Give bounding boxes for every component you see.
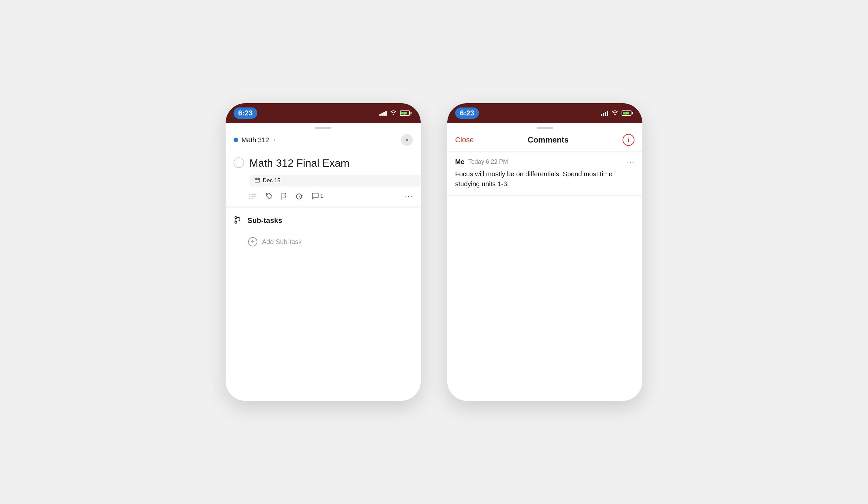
svg-point-7 <box>267 195 268 196</box>
breadcrumb-left[interactable]: Math 312 › <box>234 136 276 144</box>
comment-meta: Me Today 6:22 PM ··· <box>455 158 634 166</box>
comments-header: Close Comments i <box>447 129 642 151</box>
add-subtask-text: Add Sub-task <box>262 238 302 246</box>
status-bar-1: 6:23 ⚡ <box>226 103 421 123</box>
status-bar-2: 6:23 ⚡ <box>447 103 642 123</box>
battery-icon-2: ⚡ <box>622 111 633 116</box>
signal-icon-2 <box>601 111 608 116</box>
tag-icon[interactable] <box>265 192 272 200</box>
project-dot <box>234 138 238 142</box>
more-options-icon[interactable]: ··· <box>405 192 413 200</box>
status-icons-2: ⚡ <box>601 110 633 117</box>
svg-point-4 <box>249 194 250 195</box>
breadcrumb-chevron: › <box>273 137 275 143</box>
svg-point-9 <box>235 221 237 223</box>
subtasks-section: Sub-tasks <box>226 208 421 233</box>
calendar-icon <box>255 177 260 184</box>
add-subtask-icon: + <box>248 237 257 246</box>
breadcrumb-row: Math 312 › × <box>226 129 421 150</box>
comments-content: Close Comments i Me Today 6:22 PM ··· Fo… <box>447 129 642 401</box>
task-title: Math 312 Final Exam <box>249 157 349 169</box>
time-display-1: 6:23 <box>234 107 257 119</box>
phone-task-detail: 6:23 ⚡ <box>226 103 421 401</box>
svg-rect-0 <box>255 178 260 182</box>
due-date-button[interactable]: Dec 15 <box>249 175 421 187</box>
checklist-icon[interactable] <box>249 192 257 200</box>
action-bar: 1 ··· <box>226 187 421 206</box>
comment-icon[interactable]: 1 <box>311 192 323 200</box>
svg-point-6 <box>249 198 250 199</box>
status-icons-1: ⚡ <box>380 110 412 117</box>
comments-title: Comments <box>528 135 569 145</box>
sheet-handle-1 <box>226 123 421 129</box>
comment-item: Me Today 6:22 PM ··· Focus will mostly b… <box>447 151 642 196</box>
close-icon: × <box>405 137 409 144</box>
info-icon: i <box>628 137 629 144</box>
comment-time: Today 6:22 PM <box>468 158 508 165</box>
comment-count: 1 <box>320 193 323 199</box>
task-checkbox[interactable] <box>234 157 244 168</box>
due-date-text: Dec 15 <box>263 177 280 184</box>
sheet-handle-2 <box>447 123 642 129</box>
comment-meta-left: Me Today 6:22 PM <box>455 158 508 166</box>
subtasks-icon <box>234 215 243 226</box>
info-button[interactable]: i <box>622 134 634 146</box>
add-subtask-row[interactable]: + Add Sub-task <box>226 233 421 250</box>
svg-point-10 <box>235 217 237 219</box>
close-comments-button[interactable]: Close <box>455 136 474 144</box>
comment-body: Focus will mostly be on differentials. S… <box>455 169 634 189</box>
breadcrumb-text: Math 312 <box>241 136 269 144</box>
close-task-button[interactable]: × <box>401 134 413 146</box>
phone-comments: 6:23 ⚡ Close Comme <box>447 103 642 401</box>
svg-point-5 <box>249 196 250 197</box>
signal-icon-1 <box>380 111 387 116</box>
subtasks-label: Sub-tasks <box>247 216 282 225</box>
wifi-icon-2 <box>612 110 618 117</box>
task-row: Math 312 Final Exam <box>226 150 421 169</box>
flag-icon[interactable] <box>280 192 287 200</box>
wifi-icon-1 <box>390 110 396 117</box>
alarm-icon[interactable] <box>295 192 303 200</box>
comment-author: Me <box>455 158 464 166</box>
task-detail-content: Math 312 › × Math 312 Final Exam Dec 15 <box>226 129 421 401</box>
time-display-2: 6:23 <box>455 107 479 119</box>
comment-more-icon[interactable]: ··· <box>627 158 634 166</box>
section-divider <box>226 206 421 208</box>
battery-icon-1: ⚡ <box>400 111 412 116</box>
